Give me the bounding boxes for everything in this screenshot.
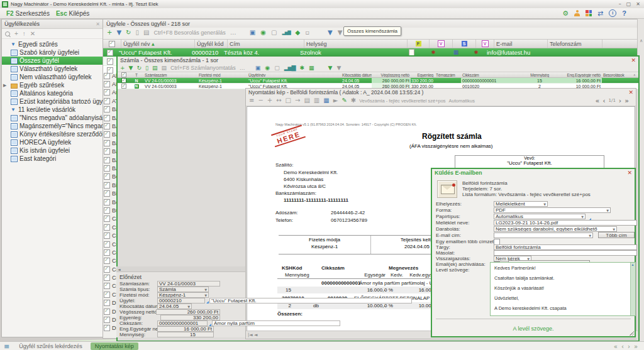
more-addresses-button[interactable]: Több cím [598, 232, 635, 238]
col-item-number[interactable]: Cikkszám [461, 72, 526, 77]
select-all-checkbox[interactable] [109, 41, 115, 47]
col-city[interactable]: Helység [304, 40, 408, 48]
customer-row[interactable]: Co [103, 248, 116, 256]
col-flag-v1[interactable]: V [438, 40, 445, 47]
sidebar-item[interactable]: ▶ Nem választható ügyfelek [2, 73, 103, 81]
tools-icon[interactable]: ✱ [299, 65, 304, 71]
sidebar-item[interactable]: ▶ Magánszemély="Nincs megadva" ügyfelek [2, 122, 103, 130]
tab-customer-filter[interactable]: Ügyfél szűrés lekérdezés [14, 342, 87, 350]
two-page-icon[interactable]: ▥ [314, 97, 319, 104]
window-icon[interactable]: ▢ [271, 29, 277, 36]
sidebar-item[interactable]: ▶ East kategóri [2, 155, 103, 163]
more-icon[interactable]: … [240, 65, 245, 71]
user-icon[interactable] [574, 10, 580, 16]
row-checkbox[interactable] [104, 157, 110, 163]
customer-row[interactable]: BA [103, 114, 116, 122]
sidebar-item[interactable]: ▶ Könyv értékesítésre szerződött partner… [2, 130, 103, 138]
dialog-close-icon[interactable]: ✕ [627, 170, 632, 176]
help-icon[interactable]: ? [622, 9, 626, 17]
filter-icon[interactable]: ▼ [116, 29, 121, 36]
row-checkbox[interactable] [104, 309, 110, 315]
customer-row[interactable]: Ba [103, 131, 116, 139]
minimize-button[interactable]: – [619, 1, 621, 7]
row-checkbox[interactable] [104, 106, 110, 112]
row-checkbox[interactable] [104, 232, 110, 239]
row-checkbox[interactable] [121, 78, 126, 83]
row-checkbox[interactable] [121, 84, 126, 89]
quantity-field[interactable]: 15 [157, 332, 214, 337]
row-checkbox[interactable] [104, 131, 110, 138]
row-checkbox[interactable] [104, 89, 110, 96]
col-customer[interactable]: Ügyfélnév [247, 72, 341, 77]
clear-icon[interactable]: ✕ [30, 30, 35, 37]
customer-code-field[interactable]: 00000210 [157, 298, 205, 304]
email-body-textarea[interactable]: Kedves Partnerünk!Csatoltan találja szám… [490, 262, 636, 316]
split-select[interactable]: Nem szükséges darabolni, egyben elküldhe… [494, 226, 617, 232]
scroll-left-icons[interactable]: |◄ ◄ [248, 332, 257, 337]
view-icon[interactable]: ◉ [265, 65, 270, 71]
row-checkbox[interactable] [104, 123, 110, 129]
col-phone[interactable]: Telefonszám [548, 40, 602, 48]
wrench-icon[interactable]: ⚙ [562, 10, 569, 17]
customer-row[interactable]: DE [103, 299, 116, 307]
last-page-icon[interactable]: » [625, 97, 629, 105]
row-checkbox[interactable] [104, 216, 110, 222]
item-number-field[interactable]: 00000000000001 [157, 320, 208, 326]
col-type[interactable]: T [130, 72, 143, 77]
filter-clear-icon[interactable]: ▼ [336, 65, 341, 71]
balance-field[interactable]: 330 200,00 [160, 315, 220, 320]
invoices-hscrollbar[interactable]: ◄ [116, 266, 245, 272]
customer-row[interactable]: Cr [103, 273, 116, 282]
fit-width-icon[interactable]: ↔ [276, 97, 281, 104]
sidebar-item[interactable]: ▶ Egyedi szűrés [2, 40, 103, 48]
promote-icon[interactable]: ↑ [23, 30, 26, 37]
row-checkbox[interactable] [107, 50, 113, 56]
row-checkbox[interactable] [104, 98, 110, 104]
sidebar-item[interactable]: ▶ 11 kerületie vásárlók [2, 106, 103, 114]
customer-row[interactable]: Ci [103, 223, 116, 231]
refresh-icon[interactable]: ↻ [136, 65, 142, 71]
sidebar-item[interactable]: ▶ Összes ügyfél [2, 57, 103, 65]
col-payment[interactable]: Fizetési mód [197, 72, 247, 77]
add-icon[interactable]: + [107, 29, 112, 36]
option-icon[interactable]: ▫ [305, 29, 309, 36]
col-classification[interactable]: Besorolások [602, 72, 633, 77]
report-icon[interactable]: ▣ [250, 29, 255, 36]
row-checkbox[interactable] [104, 325, 110, 331]
print-icon[interactable]: ▤ [143, 29, 149, 36]
col-issue-date[interactable]: Kibocsátás dátuma [341, 72, 372, 77]
issue-date-field[interactable]: 24.04.05▼ [157, 304, 192, 309]
col-address[interactable]: Cím [228, 40, 304, 48]
select-all-checkbox[interactable] [121, 72, 126, 77]
delete-icon[interactable]: ▯ [135, 29, 139, 36]
menu-icon[interactable]: ≡ [4, 342, 9, 350]
menu-icon[interactable]: ≡ [249, 97, 254, 104]
menu-exit[interactable]: Esc Kilépés [56, 10, 89, 17]
sidebar-item[interactable]: ▶ "Nincs megadva" adóalanyiságú ügyfelek [2, 114, 103, 122]
first-page-icon[interactable]: « [595, 97, 599, 105]
refresh-icon[interactable]: ↻ [126, 29, 131, 36]
row-checkbox[interactable] [104, 190, 110, 197]
customer-row[interactable]: Co [103, 265, 116, 273]
customer-row[interactable]: Ba [103, 106, 116, 114]
row-checkbox[interactable] [104, 140, 110, 146]
fit-page-icon[interactable]: □ [286, 97, 291, 104]
sidebar-item[interactable]: ▶ Választható ügyfelek [2, 65, 103, 73]
item-name-field[interactable]: Ámor nyila parfüm [212, 320, 340, 326]
col-code[interactable]: Ügyfél kód [195, 40, 228, 48]
row-checkbox[interactable] [104, 249, 110, 256]
pin-icon[interactable]: ◆ [296, 29, 301, 36]
zoom-in-icon[interactable]: + [267, 97, 272, 104]
next-page-icon[interactable]: › [619, 97, 621, 105]
invoice-type-select[interactable]: Számla▼ [157, 287, 209, 292]
customer-row[interactable]: CO [103, 240, 116, 248]
row-checkbox[interactable] [104, 182, 110, 189]
customer-row[interactable]: Bu [103, 206, 116, 214]
scroll-left-icon[interactable]: ◄ [118, 267, 121, 271]
row-checkbox[interactable] [107, 58, 113, 65]
col-name[interactable]: Ügyfél név ▲ [121, 40, 195, 48]
prev-icon[interactable]: ‹ [621, 343, 624, 350]
copy-input[interactable] [494, 250, 637, 256]
sidebar-item[interactable]: ▶ Egyéb szűrések [2, 81, 103, 89]
customer-row[interactable]: Bi [103, 189, 116, 197]
